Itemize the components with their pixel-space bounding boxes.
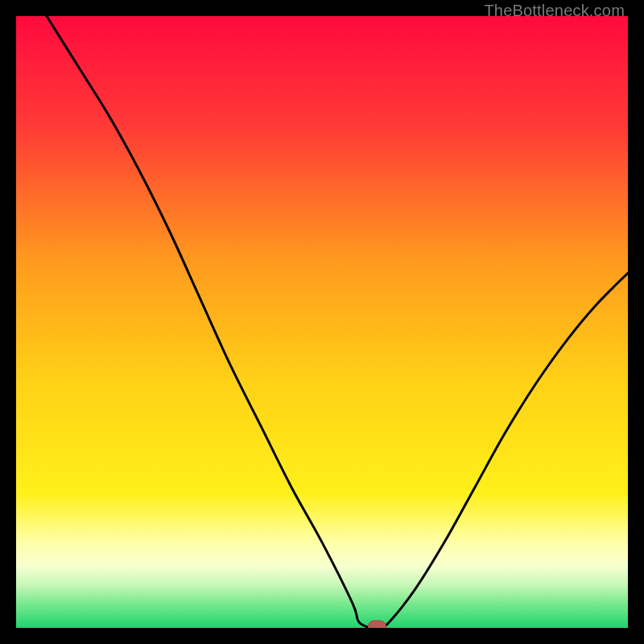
chart-frame <box>16 16 628 628</box>
optimal-point-marker <box>368 621 386 628</box>
gradient-background <box>16 16 628 628</box>
bottleneck-chart <box>16 16 628 628</box>
watermark-text: TheBottleneck.com <box>484 2 625 20</box>
